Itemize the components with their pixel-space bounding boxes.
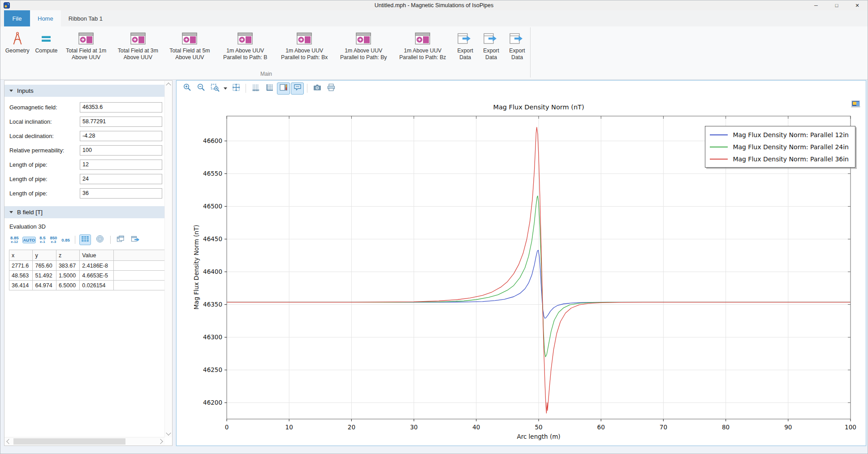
evaluation-3d-label: Evaluation 3D (4, 218, 165, 232)
ribbon-button-label: 1m Above UUV Parallel to Path: By (335, 48, 392, 61)
ribbon-tab-bar: File Home Ribbon Tab 1 (0, 10, 868, 26)
minimize-button[interactable]: ─ (806, 0, 826, 10)
snapshot-button[interactable] (311, 82, 324, 95)
export-data-button-3[interactable]: Export Data (504, 29, 530, 63)
field-label: Length of pipe: (9, 190, 80, 197)
zoom-extents-button[interactable] (229, 82, 242, 95)
window-title: Untitled.mph - Magnetic Simulations of I… (90, 0, 778, 10)
pipe-length-2-input[interactable] (80, 174, 162, 184)
relative-permeability-input[interactable] (80, 145, 162, 156)
parallel-path-bx-button[interactable]: 1m Above UUV Parallel to Path: Bx (275, 29, 334, 63)
export-table-button[interactable] (129, 234, 142, 246)
precision-full-button[interactable]: 8.85 e-12 (9, 234, 20, 245)
input-row: Length of pipe: (4, 157, 165, 172)
cell-filler (114, 261, 165, 271)
col-header-value[interactable]: Value (80, 250, 114, 261)
geomagnetic-field-input[interactable] (80, 102, 162, 112)
print-button[interactable] (324, 82, 337, 95)
table-row[interactable]: 48.563 51.492 1.5000 4.6653E-5 (9, 271, 165, 281)
inputs-section-header[interactable]: Inputs (4, 85, 165, 97)
legend-toggle-button[interactable] (277, 82, 290, 95)
toolbar-separator (307, 84, 307, 93)
table-row[interactable]: 2771.6 765.60 383.67 2.4186E-8 (9, 261, 165, 271)
zoom-out-button[interactable] (194, 82, 207, 95)
scroll-up-icon[interactable] (166, 82, 171, 87)
svg-text:70: 70 (660, 424, 667, 431)
tab-ribbon-tab-1[interactable]: Ribbon Tab 1 (61, 10, 110, 26)
export-data-icon (483, 30, 499, 47)
file-tab[interactable]: File (4, 10, 30, 26)
svg-text:40: 40 (472, 424, 480, 431)
sidebar-vertical-scrollbar[interactable] (164, 81, 172, 437)
toolbar-separator (75, 236, 75, 244)
grid-button[interactable] (263, 82, 276, 95)
export-data-button-2[interactable]: Export Data (478, 29, 504, 63)
cell: 1.5000 (56, 271, 79, 281)
plot-canvas[interactable]: 0102030405060708090100462004625046300463… (177, 96, 865, 445)
print-icon (327, 83, 336, 94)
maximize-button[interactable]: □ (826, 0, 847, 10)
ribbon-button-label: Total Field at 5m Above UUV (165, 48, 215, 61)
parallel-path-bz-button[interactable]: 1m Above UUV Parallel to Path: Bz (393, 29, 452, 63)
ribbon-button-label: Export Data (453, 48, 477, 61)
total-field-5m-button[interactable]: Total Field at 5m Above UUV (164, 29, 216, 63)
col-header-x[interactable]: x (9, 250, 33, 261)
zoom-in-button[interactable] (181, 82, 194, 95)
precision-auto-button[interactable]: AUTO (22, 237, 36, 243)
scroll-down-icon[interactable] (166, 430, 171, 435)
local-declination-input[interactable] (80, 131, 162, 141)
compute-icon (39, 30, 53, 47)
plot-window-icon (130, 30, 146, 47)
sidebar-horizontal-scrollbar[interactable] (4, 437, 165, 445)
y-axis-label: Mag Flux Density Norm (nT) (193, 200, 200, 334)
col-header-y[interactable]: y (33, 250, 56, 261)
ribbon-button-label: 1m Above UUV Parallel to Path: B (217, 48, 273, 61)
precision-sci-button[interactable]: 8.5 e-1 (39, 234, 46, 245)
field-label: Length of pipe: (9, 161, 80, 168)
cell: 36.414 (9, 281, 33, 290)
scroll-right-icon[interactable] (158, 439, 163, 444)
plot-window-icon (355, 30, 371, 47)
graphics-panel: 0102030405060708090100462004625046300463… (176, 80, 866, 446)
y-axis-grid-button[interactable] (249, 82, 262, 95)
local-inclination-input[interactable] (80, 117, 162, 127)
col-header-z[interactable]: z (56, 250, 79, 261)
svg-text:20: 20 (348, 424, 355, 431)
svg-text:50: 50 (535, 424, 542, 431)
collapse-triangle-icon (9, 211, 13, 213)
precision-decimal-button[interactable]: 0.85 (60, 237, 71, 243)
pipe-length-3-input[interactable] (80, 188, 162, 199)
export-data-icon (457, 30, 473, 47)
input-row: Relative permeability: (4, 143, 165, 157)
svg-text:46250: 46250 (203, 366, 222, 373)
table-view-button[interactable] (79, 234, 91, 245)
tooltip-toggle-button[interactable] (291, 82, 304, 95)
compute-button[interactable]: Compute (33, 29, 60, 56)
svg-text:80: 80 (722, 424, 730, 431)
bfield-section-header[interactable]: B field [T] (4, 206, 165, 218)
scrollbar-thumb[interactable] (13, 438, 125, 445)
export-data-button-1[interactable]: Export Data (452, 29, 478, 63)
close-button[interactable]: ✕ (847, 0, 868, 10)
table-row[interactable]: 36.414 64.974 6.5000 0.026154 (9, 281, 165, 290)
window-controls: ─ □ ✕ (806, 0, 868, 10)
parallel-path-b-button[interactable]: 1m Above UUV Parallel to Path: B (216, 29, 275, 63)
copy-table-button[interactable] (115, 234, 126, 246)
field-label: Local inclination: (9, 118, 80, 125)
scroll-left-icon[interactable] (6, 439, 11, 444)
tooltip-toggle-icon (293, 83, 302, 94)
zoom-box-button[interactable] (208, 82, 221, 95)
zoom-box-dropdown[interactable] (222, 83, 229, 94)
pipe-length-1-input[interactable] (80, 160, 162, 170)
tab-home[interactable]: Home (30, 10, 61, 26)
precision-eng-button[interactable]: 850 e-3 (49, 234, 58, 245)
total-field-1m-button[interactable]: Total Field at 1m Above UUV (60, 29, 112, 63)
parallel-path-by-button[interactable]: 1m Above UUV Parallel to Path: By (334, 29, 393, 63)
geometry-button[interactable]: Geometry (2, 29, 33, 56)
svg-text:46200: 46200 (203, 399, 222, 406)
total-field-3m-button[interactable]: Total Field at 3m Above UUV (112, 29, 164, 63)
ribbon-button-label: Export Data (479, 48, 503, 61)
evaluation-toolbar: 8.85 e-12 AUTO 8.5 e-1 850 e-3 0.85 (4, 232, 165, 250)
collapse-triangle-icon (9, 90, 13, 92)
globe-view-button[interactable] (94, 233, 106, 246)
